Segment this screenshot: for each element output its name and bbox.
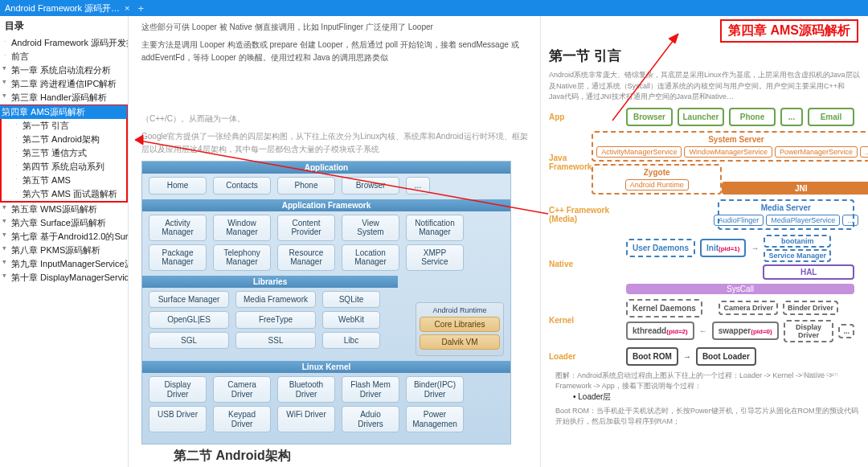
- runtime-item: Dalvik VM: [420, 334, 500, 350]
- arch-cell: WindowManager: [213, 215, 271, 241]
- arch-cell: ViewSystem: [342, 215, 399, 241]
- arch-cell: PowerManagemen: [406, 406, 464, 432]
- tier-loader: Loader Boot ROM → Boot Loader: [549, 347, 854, 366]
- ss-pill: ActivityManagerService: [596, 146, 682, 158]
- toc-item[interactable]: 第五章 WMS源码解析: [0, 203, 128, 216]
- toc-item-selected[interactable]: 第四章 AMS源码解析: [0, 105, 127, 119]
- toc-item[interactable]: 第十章 DisplayManagerService源码解析: [0, 271, 128, 285]
- kernel-box: Kernel Daemons: [626, 299, 702, 317]
- new-tab-button[interactable]: +: [137, 2, 144, 14]
- kernel-box: Camera Driver: [719, 301, 778, 315]
- section2-title: 第二节 Android架构: [141, 444, 532, 465]
- bullet-item: • Loader层: [573, 391, 860, 403]
- arch-cell: Browser: [342, 177, 399, 195]
- arch-cell: Home: [149, 177, 207, 195]
- toc-item[interactable]: 第三章 Handler源码解析: [0, 91, 128, 104]
- arch-cell: ResourceManager: [277, 244, 335, 271]
- runtime-title: Android Runtime: [420, 306, 500, 314]
- ms-pill: AudioFlinger: [714, 215, 764, 226]
- tier-label: Kernel: [549, 316, 626, 325]
- media-server-box: Media Server AudioFlinger MediaPlayerSer…: [718, 199, 854, 230]
- zygote-box: Zygote Android Runtime: [592, 164, 722, 195]
- ms-pill: MediaPlayerService: [766, 215, 840, 226]
- arch-cell: Flash MemDriver: [342, 376, 399, 403]
- arch-cell: ContentProvider: [277, 215, 335, 241]
- arch-cell: OpenGL|ES: [149, 311, 229, 329]
- hal-box: HAL: [763, 264, 854, 280]
- kthreadd-box: kthreadd(pid=2): [626, 322, 694, 340]
- toc-item[interactable]: 第七章 基于Android12.0的SurfaceFlinger源…: [0, 230, 128, 244]
- toc-item[interactable]: Android Framework 源码开发揭秘: [0, 36, 128, 50]
- arch-cell: USB Driver: [149, 406, 207, 432]
- arch-cell: Binder(IPC)Driver: [406, 376, 464, 403]
- app-box: ...: [780, 108, 803, 126]
- arch-cell: TelephonyManager: [213, 244, 271, 271]
- ss-pill: ...: [860, 146, 868, 158]
- tab-bar: Android Framework 源码开… × +: [0, 0, 868, 16]
- app-box: Launcher: [678, 108, 724, 126]
- toc-item[interactable]: 第二章 跨进程通信IPC解析: [0, 77, 128, 91]
- boot-loader-box: Boot Loader: [696, 347, 756, 366]
- right-pane: 第四章 AMS源码解析 第一节 引言 Android系统非常庞大、错综复杂，其底…: [540, 16, 868, 467]
- tier-app: App Browser Launcher Phone ... Email: [549, 108, 854, 126]
- toc-subitem[interactable]: 第二节 Android架构: [11, 133, 126, 146]
- native-box: User Daemons: [626, 239, 695, 257]
- paragraph: （C++/C）。从而融为一体。: [141, 113, 532, 125]
- arch-cell: Surface Manager: [149, 291, 229, 309]
- diagram-footnote: Boot ROM：当手机处于关机状态时，长按Power键开机，引导芯片从固化在R…: [555, 406, 860, 427]
- boot-sequence-diagram: App Browser Launcher Phone ... Email Jav…: [549, 108, 854, 366]
- toc-subitem[interactable]: 第一节 引言: [11, 119, 126, 133]
- arch-cell: DisplayDriver: [149, 376, 207, 403]
- init-box: Init(pid=1): [700, 239, 746, 257]
- close-icon[interactable]: ×: [125, 3, 129, 13]
- swapper-box: swapper(pid=0): [712, 322, 779, 340]
- toc-item[interactable]: 前言: [0, 50, 128, 63]
- arch-cell: WebKit: [322, 311, 380, 329]
- toc-item[interactable]: 第一章 系统启动流程分析: [0, 63, 128, 77]
- jni-bar: JNI: [722, 182, 868, 195]
- arch-cell: Contacts: [213, 177, 271, 195]
- kernel-box: Binder Driver: [783, 301, 838, 315]
- band-application: Application: [142, 162, 510, 174]
- toc-heading: 目录: [0, 16, 128, 36]
- app-box: Browser: [626, 108, 673, 126]
- arch-cell: ...: [406, 177, 430, 195]
- toc-sidebar: 目录 Android Framework 源码开发揭秘 前言 第一章 系统启动流…: [0, 16, 129, 467]
- band-kernel: Linux Kernel: [142, 361, 510, 373]
- arch-cell: AduioDrivers: [342, 406, 399, 432]
- toc-item[interactable]: 第六章 Surface源码解析: [0, 216, 128, 230]
- arch-cell: XMPPService: [406, 244, 464, 271]
- arch-cell: CameraDriver: [213, 376, 271, 403]
- toc-subitem[interactable]: 第五节 AMS: [11, 174, 126, 187]
- band-libraries: Libraries: [142, 276, 398, 288]
- toc-subitem[interactable]: 第六节 AMS 面试题解析: [11, 187, 126, 201]
- tab-title: Android Framework 源码开…: [5, 2, 120, 14]
- chapter4-badge: 第四章 AMS源码解析: [720, 19, 858, 43]
- boot-rom-box: Boot ROM: [626, 347, 678, 366]
- arch-cell: SSL: [235, 332, 316, 350]
- ss-pill: WindowManagerService: [684, 146, 772, 158]
- band-framework: Application Framework: [142, 199, 510, 211]
- tier-native: Native User Daemons Init(pid=1) → bootan…: [549, 235, 854, 294]
- ms-pill: ...: [842, 215, 858, 226]
- main-content: 这些部分可供 Looper 被 Native 侧直接调用，比如 InputFli…: [130, 16, 538, 467]
- paragraph: 主要方法是调用 Looper 构造函数或 prepare 创建 Looper，然…: [141, 39, 532, 64]
- toc-subitem[interactable]: 第三节 通信方式: [11, 146, 126, 160]
- arch-cell: Libc: [322, 332, 380, 350]
- ss-pill: PowerManagerService: [775, 146, 858, 158]
- runtime-item: Core Libraries: [420, 317, 500, 332]
- arch-cell: PackageManager: [149, 244, 207, 271]
- app-box: Email: [808, 108, 854, 126]
- arch-cell: BluetoothDriver: [277, 376, 335, 403]
- paragraph: 这些部分可供 Looper 被 Native 侧直接调用，比如 InputFli…: [141, 21, 532, 34]
- arch-cell: LocationManager: [342, 244, 399, 271]
- arch-cell: WiFi Driver: [277, 406, 335, 432]
- toc-subitem[interactable]: 第四节 系统启动系列: [11, 160, 126, 174]
- arch-cell: NotificationManager: [406, 215, 464, 241]
- tier-java-framework: Java Framework System Server ActivityMan…: [549, 131, 854, 195]
- toc-item[interactable]: 第八章 PKMS源码解析: [0, 244, 128, 257]
- toc-chapter4-box: 第四章 AMS源码解析 第一节 引言 第二节 Android架构 第三节 通信方…: [0, 104, 128, 203]
- kernel-box: Display Driver: [784, 320, 834, 342]
- toc-item[interactable]: 第九章 InputManagerService源码解析: [0, 257, 128, 271]
- active-tab[interactable]: Android Framework 源码开… ×: [5, 2, 129, 14]
